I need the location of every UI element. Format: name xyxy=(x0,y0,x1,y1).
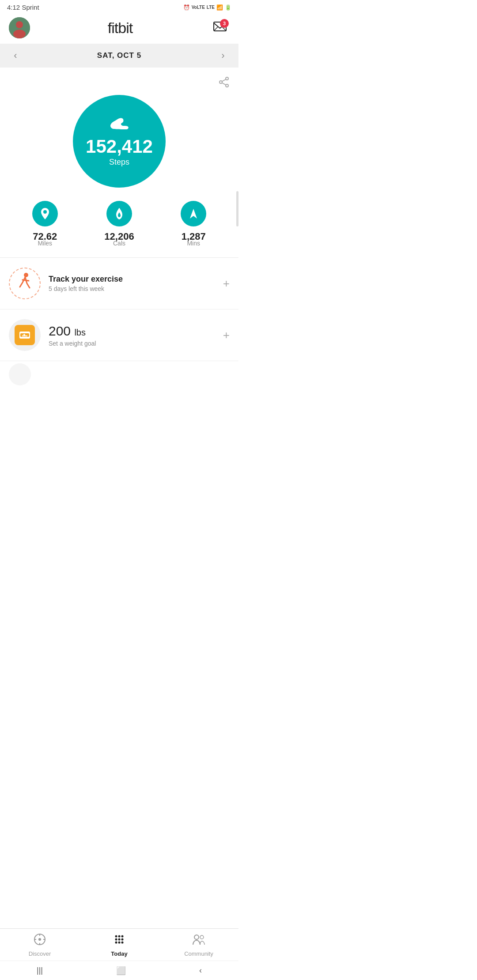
partial-card xyxy=(0,361,238,388)
steps-label: Steps xyxy=(109,158,129,167)
weight-add-button[interactable]: + xyxy=(223,328,230,342)
weight-display: 200 lbs xyxy=(49,324,215,339)
cards-section: Track your exercise 5 days left this wee… xyxy=(0,258,238,388)
weight-card[interactable]: 200 lbs Set a weight goal + xyxy=(0,309,238,361)
mins-icon-circle xyxy=(181,201,206,226)
exercise-subtitle: 5 days left this week xyxy=(49,285,215,292)
weight-subtitle: Set a weight goal xyxy=(49,340,215,347)
miles-icon-circle xyxy=(32,201,58,226)
weight-unit: lbs xyxy=(74,328,86,337)
svg-rect-2 xyxy=(13,30,26,38)
svg-point-1 xyxy=(16,21,23,28)
exercise-title: Track your exercise xyxy=(49,275,215,284)
avatar[interactable] xyxy=(9,17,30,38)
weight-number: 200 xyxy=(49,324,71,338)
alarm-icon: ⏰ xyxy=(183,4,190,11)
steps-shoe-icon xyxy=(110,116,129,136)
steps-circle-container[interactable]: 152,412 Steps xyxy=(0,95,238,188)
secondary-stats: 72.62 Miles 12,206 Cals xyxy=(0,201,238,247)
svg-point-4 xyxy=(226,77,228,80)
notification-badge: 3 xyxy=(220,19,229,28)
share-row xyxy=(0,76,238,95)
scroll-indicator xyxy=(236,191,238,226)
weight-icon-wrap xyxy=(9,319,41,351)
svg-line-7 xyxy=(222,79,226,82)
signal-icon: 📶 xyxy=(216,4,223,11)
cals-stat[interactable]: 12,206 Cals xyxy=(104,201,134,247)
svg-marker-10 xyxy=(190,209,197,219)
svg-point-5 xyxy=(226,84,228,87)
date-bar: ‹ SAT, OCT 5 › xyxy=(0,44,238,68)
exercise-icon-wrap xyxy=(9,268,41,299)
prev-date-button[interactable]: ‹ xyxy=(9,50,22,61)
svg-point-6 xyxy=(220,81,222,83)
weight-text: 200 lbs Set a weight goal xyxy=(49,324,215,347)
steps-circle[interactable]: 152,412 Steps xyxy=(73,95,166,188)
mins-stat[interactable]: 1,287 Mins xyxy=(181,201,206,247)
runner-icon xyxy=(16,272,33,295)
svg-point-11 xyxy=(24,273,28,277)
status-bar: 4:12 Sprint ⏰ VoLTE LTE 📶 🔋 xyxy=(0,0,238,14)
svg-point-9 xyxy=(43,210,47,214)
date-label: SAT, OCT 5 xyxy=(97,51,141,60)
partial-icon xyxy=(9,363,31,385)
status-time: 4:12 Sprint xyxy=(7,4,39,11)
app-title: fitbit xyxy=(108,19,132,37)
lte-icon: LTE xyxy=(207,5,215,10)
status-icons: ⏰ VoLTE LTE 📶 🔋 xyxy=(183,4,231,11)
battery-icon: 🔋 xyxy=(225,4,231,11)
share-button[interactable] xyxy=(218,76,230,90)
next-date-button[interactable]: › xyxy=(216,50,230,61)
weight-scale-icon xyxy=(15,325,35,345)
cals-icon-circle xyxy=(106,201,132,226)
volte-icon: VoLTE xyxy=(192,5,205,10)
steps-value: 152,412 xyxy=(86,137,153,156)
exercise-card[interactable]: Track your exercise 5 days left this wee… xyxy=(0,258,238,309)
svg-line-8 xyxy=(222,83,226,85)
exercise-add-button[interactable]: + xyxy=(223,277,230,290)
app-header: fitbit 3 xyxy=(0,14,238,44)
notification-button[interactable]: 3 xyxy=(210,18,230,38)
main-stats: 152,412 Steps 72.62 Miles xyxy=(0,68,238,257)
exercise-text: Track your exercise 5 days left this wee… xyxy=(49,275,215,292)
miles-stat[interactable]: 72.62 Miles xyxy=(32,201,58,247)
